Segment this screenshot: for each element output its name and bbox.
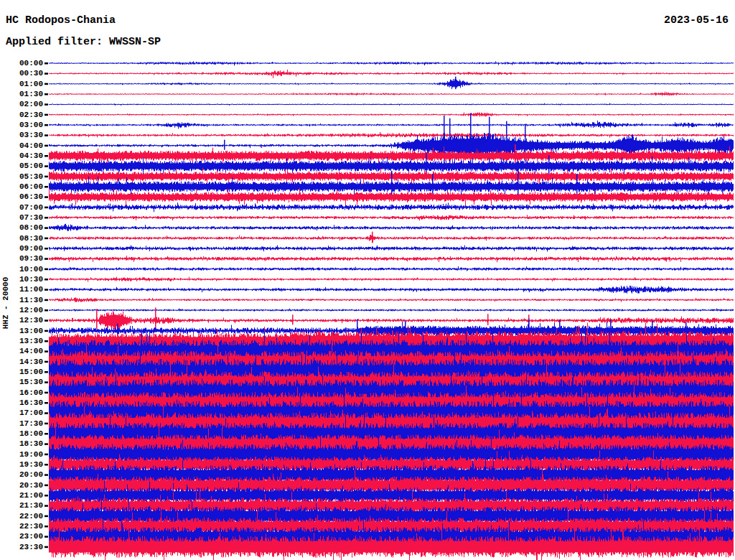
time-label: 01:00 — [0, 80, 43, 88]
time-label: 22:00 — [0, 512, 43, 521]
time-label: 15:30 — [0, 378, 43, 386]
time-label: 12:00 — [0, 306, 43, 314]
time-label: 02:30 — [0, 111, 43, 119]
time-label: 14:30 — [0, 358, 43, 366]
time-label: 18:30 — [0, 439, 43, 448]
time-label: 17:00 — [0, 409, 43, 417]
time-label: 11:30 — [0, 296, 43, 304]
time-label: 17:30 — [0, 419, 43, 428]
time-label: 20:00 — [0, 470, 43, 479]
time-label: 13:00 — [0, 327, 43, 335]
date-label: 2023-05-16 — [664, 14, 729, 27]
time-label: 12:30 — [0, 316, 43, 325]
time-label: 00:30 — [0, 69, 43, 78]
time-label: 01:30 — [0, 90, 43, 98]
time-label: 02:00 — [0, 100, 43, 108]
time-label: 10:30 — [0, 275, 43, 284]
seismogram-canvas — [45, 56, 735, 560]
time-label: 09:30 — [0, 254, 43, 263]
time-label: 04:00 — [0, 141, 43, 150]
time-label: 00:00 — [0, 59, 43, 67]
time-label: 19:00 — [0, 450, 43, 459]
time-label: 08:00 — [0, 223, 43, 232]
time-label: 04:30 — [0, 151, 43, 160]
time-label: 11:00 — [0, 285, 43, 294]
time-label: 09:00 — [0, 244, 43, 253]
time-label: 03:00 — [0, 121, 43, 129]
time-label: 23:30 — [0, 543, 43, 551]
time-label: 16:30 — [0, 398, 43, 407]
time-label: 21:30 — [0, 501, 43, 510]
time-label: 18:00 — [0, 429, 43, 438]
time-label: 20:30 — [0, 481, 43, 490]
time-label: 08:30 — [0, 234, 43, 243]
time-label: 10:00 — [0, 265, 43, 274]
time-label: 14:00 — [0, 347, 43, 355]
time-label: 05:00 — [0, 162, 43, 170]
time-label: 07:30 — [0, 213, 43, 222]
time-label: 22:30 — [0, 522, 43, 531]
time-label: 21:00 — [0, 491, 43, 500]
time-label: 23:00 — [0, 532, 43, 541]
time-label: 06:00 — [0, 182, 43, 191]
time-axis: 00:0000:3001:0001:3002:0002:3003:0003:30… — [0, 0, 43, 560]
helicorder-page: HC Rodopos-Chania Applied filter: WWSSN-… — [0, 0, 735, 560]
time-label: 15:00 — [0, 368, 43, 376]
time-label: 16:00 — [0, 388, 43, 397]
time-label: 05:30 — [0, 172, 43, 181]
time-label: 03:30 — [0, 131, 43, 139]
time-label: 13:30 — [0, 337, 43, 345]
time-label: 07:00 — [0, 203, 43, 212]
time-label: 06:30 — [0, 192, 43, 201]
time-label: 19:30 — [0, 460, 43, 469]
